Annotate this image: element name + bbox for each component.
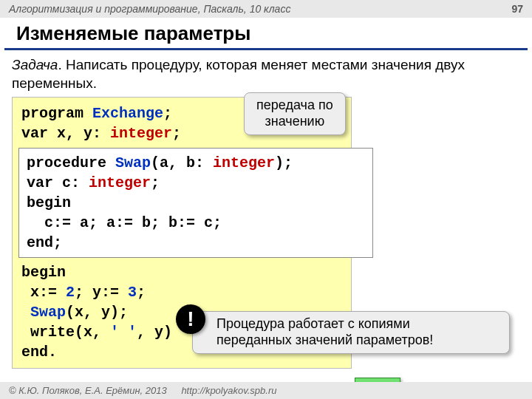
- callout-pass-by-value: передача по значению: [244, 92, 346, 134]
- page-title: Изменяемые параметры: [4, 18, 528, 50]
- footer: © К.Ю. Поляков, Е.А. Ерёмин, 2013 http:/…: [0, 382, 532, 399]
- course-label: Алгоритмизация и программирование, Паска…: [9, 3, 290, 15]
- header: Алгоритмизация и программирование, Паска…: [0, 0, 532, 18]
- task-body: . Написать процедуру, которая меняет мес…: [12, 57, 465, 91]
- copyright: © К.Ю. Поляков, Е.А. Ерёмин, 2013: [9, 385, 167, 396]
- page-number: 97: [511, 3, 523, 15]
- task-text: Задача. Написать процедуру, которая меня…: [0, 50, 532, 97]
- code-block-procedure: procedure Swap(a, b: integer); var c: in…: [18, 148, 373, 258]
- task-label: Задача: [12, 57, 58, 72]
- footer-url[interactable]: http://kpolyakov.spb.ru: [181, 385, 276, 396]
- callout-copies: Процедура работает с копиями переданных …: [192, 311, 510, 353]
- content-area: передача по значению program Exchange; v…: [0, 97, 532, 369]
